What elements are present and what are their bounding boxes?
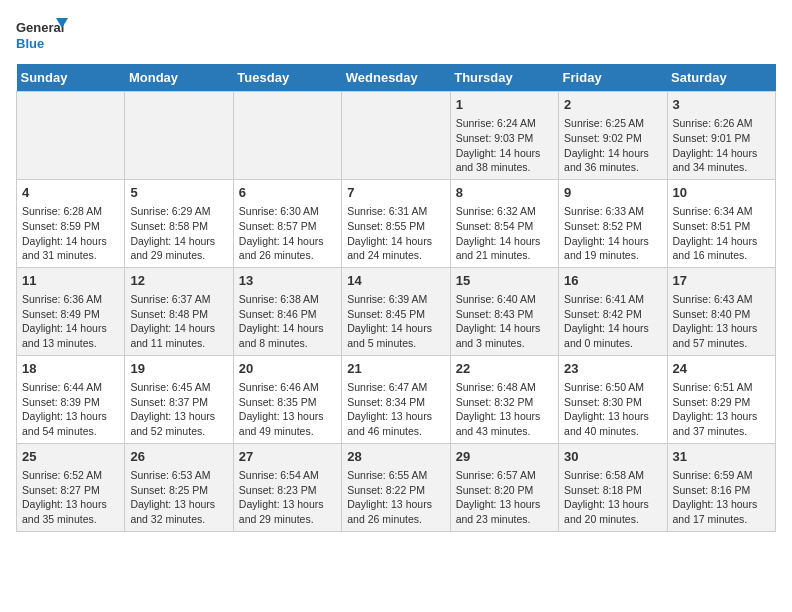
day-number: 19 xyxy=(130,360,227,378)
calendar-week-4: 18Sunrise: 6:44 AM Sunset: 8:39 PM Dayli… xyxy=(17,355,776,443)
header-day-thursday: Thursday xyxy=(450,64,558,92)
calendar-cell: 12Sunrise: 6:37 AM Sunset: 8:48 PM Dayli… xyxy=(125,267,233,355)
day-number: 20 xyxy=(239,360,336,378)
day-number: 13 xyxy=(239,272,336,290)
day-info: Sunrise: 6:25 AM Sunset: 9:02 PM Dayligh… xyxy=(564,116,661,175)
day-number: 6 xyxy=(239,184,336,202)
calendar-week-1: 1Sunrise: 6:24 AM Sunset: 9:03 PM Daylig… xyxy=(17,92,776,180)
day-info: Sunrise: 6:51 AM Sunset: 8:29 PM Dayligh… xyxy=(673,380,770,439)
day-info: Sunrise: 6:59 AM Sunset: 8:16 PM Dayligh… xyxy=(673,468,770,527)
day-number: 23 xyxy=(564,360,661,378)
day-number: 11 xyxy=(22,272,119,290)
day-info: Sunrise: 6:34 AM Sunset: 8:51 PM Dayligh… xyxy=(673,204,770,263)
day-info: Sunrise: 6:48 AM Sunset: 8:32 PM Dayligh… xyxy=(456,380,553,439)
day-number: 12 xyxy=(130,272,227,290)
day-number: 30 xyxy=(564,448,661,466)
calendar-cell: 11Sunrise: 6:36 AM Sunset: 8:49 PM Dayli… xyxy=(17,267,125,355)
day-info: Sunrise: 6:36 AM Sunset: 8:49 PM Dayligh… xyxy=(22,292,119,351)
day-info: Sunrise: 6:46 AM Sunset: 8:35 PM Dayligh… xyxy=(239,380,336,439)
header-day-wednesday: Wednesday xyxy=(342,64,450,92)
calendar-cell: 30Sunrise: 6:58 AM Sunset: 8:18 PM Dayli… xyxy=(559,443,667,531)
calendar-cell: 27Sunrise: 6:54 AM Sunset: 8:23 PM Dayli… xyxy=(233,443,341,531)
day-number: 5 xyxy=(130,184,227,202)
day-info: Sunrise: 6:39 AM Sunset: 8:45 PM Dayligh… xyxy=(347,292,444,351)
calendar-cell: 28Sunrise: 6:55 AM Sunset: 8:22 PM Dayli… xyxy=(342,443,450,531)
calendar-cell: 2Sunrise: 6:25 AM Sunset: 9:02 PM Daylig… xyxy=(559,92,667,180)
calendar-cell: 1Sunrise: 6:24 AM Sunset: 9:03 PM Daylig… xyxy=(450,92,558,180)
calendar-cell: 20Sunrise: 6:46 AM Sunset: 8:35 PM Dayli… xyxy=(233,355,341,443)
day-info: Sunrise: 6:58 AM Sunset: 8:18 PM Dayligh… xyxy=(564,468,661,527)
calendar-cell: 15Sunrise: 6:40 AM Sunset: 8:43 PM Dayli… xyxy=(450,267,558,355)
header-day-sunday: Sunday xyxy=(17,64,125,92)
calendar-cell: 4Sunrise: 6:28 AM Sunset: 8:59 PM Daylig… xyxy=(17,179,125,267)
day-info: Sunrise: 6:29 AM Sunset: 8:58 PM Dayligh… xyxy=(130,204,227,263)
day-number: 1 xyxy=(456,96,553,114)
day-info: Sunrise: 6:38 AM Sunset: 8:46 PM Dayligh… xyxy=(239,292,336,351)
calendar-cell: 24Sunrise: 6:51 AM Sunset: 8:29 PM Dayli… xyxy=(667,355,775,443)
day-info: Sunrise: 6:28 AM Sunset: 8:59 PM Dayligh… xyxy=(22,204,119,263)
day-info: Sunrise: 6:52 AM Sunset: 8:27 PM Dayligh… xyxy=(22,468,119,527)
calendar-week-3: 11Sunrise: 6:36 AM Sunset: 8:49 PM Dayli… xyxy=(17,267,776,355)
day-info: Sunrise: 6:50 AM Sunset: 8:30 PM Dayligh… xyxy=(564,380,661,439)
svg-text:General: General xyxy=(16,20,64,35)
calendar-cell: 7Sunrise: 6:31 AM Sunset: 8:55 PM Daylig… xyxy=(342,179,450,267)
calendar-cell: 16Sunrise: 6:41 AM Sunset: 8:42 PM Dayli… xyxy=(559,267,667,355)
calendar-cell: 29Sunrise: 6:57 AM Sunset: 8:20 PM Dayli… xyxy=(450,443,558,531)
day-number: 22 xyxy=(456,360,553,378)
day-number: 10 xyxy=(673,184,770,202)
calendar-cell: 3Sunrise: 6:26 AM Sunset: 9:01 PM Daylig… xyxy=(667,92,775,180)
day-number: 2 xyxy=(564,96,661,114)
calendar-cell: 31Sunrise: 6:59 AM Sunset: 8:16 PM Dayli… xyxy=(667,443,775,531)
calendar-cell: 18Sunrise: 6:44 AM Sunset: 8:39 PM Dayli… xyxy=(17,355,125,443)
header-day-saturday: Saturday xyxy=(667,64,775,92)
day-number: 29 xyxy=(456,448,553,466)
calendar-cell: 17Sunrise: 6:43 AM Sunset: 8:40 PM Dayli… xyxy=(667,267,775,355)
day-number: 8 xyxy=(456,184,553,202)
header-day-monday: Monday xyxy=(125,64,233,92)
day-number: 3 xyxy=(673,96,770,114)
calendar-cell: 6Sunrise: 6:30 AM Sunset: 8:57 PM Daylig… xyxy=(233,179,341,267)
day-number: 16 xyxy=(564,272,661,290)
svg-text:Blue: Blue xyxy=(16,36,44,51)
day-info: Sunrise: 6:54 AM Sunset: 8:23 PM Dayligh… xyxy=(239,468,336,527)
day-number: 7 xyxy=(347,184,444,202)
calendar-cell: 5Sunrise: 6:29 AM Sunset: 8:58 PM Daylig… xyxy=(125,179,233,267)
day-info: Sunrise: 6:47 AM Sunset: 8:34 PM Dayligh… xyxy=(347,380,444,439)
calendar-table: SundayMondayTuesdayWednesdayThursdayFrid… xyxy=(16,64,776,532)
header-row: SundayMondayTuesdayWednesdayThursdayFrid… xyxy=(17,64,776,92)
calendar-cell: 22Sunrise: 6:48 AM Sunset: 8:32 PM Dayli… xyxy=(450,355,558,443)
header: GeneralBlue xyxy=(16,16,776,56)
day-info: Sunrise: 6:43 AM Sunset: 8:40 PM Dayligh… xyxy=(673,292,770,351)
day-number: 25 xyxy=(22,448,119,466)
calendar-cell: 26Sunrise: 6:53 AM Sunset: 8:25 PM Dayli… xyxy=(125,443,233,531)
day-info: Sunrise: 6:53 AM Sunset: 8:25 PM Dayligh… xyxy=(130,468,227,527)
calendar-cell: 21Sunrise: 6:47 AM Sunset: 8:34 PM Dayli… xyxy=(342,355,450,443)
calendar-header: SundayMondayTuesdayWednesdayThursdayFrid… xyxy=(17,64,776,92)
calendar-cell xyxy=(17,92,125,180)
day-number: 18 xyxy=(22,360,119,378)
day-info: Sunrise: 6:55 AM Sunset: 8:22 PM Dayligh… xyxy=(347,468,444,527)
day-number: 17 xyxy=(673,272,770,290)
day-info: Sunrise: 6:57 AM Sunset: 8:20 PM Dayligh… xyxy=(456,468,553,527)
day-info: Sunrise: 6:33 AM Sunset: 8:52 PM Dayligh… xyxy=(564,204,661,263)
calendar-week-2: 4Sunrise: 6:28 AM Sunset: 8:59 PM Daylig… xyxy=(17,179,776,267)
day-info: Sunrise: 6:31 AM Sunset: 8:55 PM Dayligh… xyxy=(347,204,444,263)
calendar-cell: 19Sunrise: 6:45 AM Sunset: 8:37 PM Dayli… xyxy=(125,355,233,443)
calendar-week-5: 25Sunrise: 6:52 AM Sunset: 8:27 PM Dayli… xyxy=(17,443,776,531)
day-number: 9 xyxy=(564,184,661,202)
logo: GeneralBlue xyxy=(16,16,71,56)
day-info: Sunrise: 6:26 AM Sunset: 9:01 PM Dayligh… xyxy=(673,116,770,175)
calendar-cell xyxy=(342,92,450,180)
day-number: 4 xyxy=(22,184,119,202)
day-number: 31 xyxy=(673,448,770,466)
calendar-body: 1Sunrise: 6:24 AM Sunset: 9:03 PM Daylig… xyxy=(17,92,776,532)
day-info: Sunrise: 6:24 AM Sunset: 9:03 PM Dayligh… xyxy=(456,116,553,175)
calendar-cell: 9Sunrise: 6:33 AM Sunset: 8:52 PM Daylig… xyxy=(559,179,667,267)
calendar-cell: 25Sunrise: 6:52 AM Sunset: 8:27 PM Dayli… xyxy=(17,443,125,531)
calendar-cell xyxy=(233,92,341,180)
day-number: 21 xyxy=(347,360,444,378)
day-info: Sunrise: 6:30 AM Sunset: 8:57 PM Dayligh… xyxy=(239,204,336,263)
day-info: Sunrise: 6:40 AM Sunset: 8:43 PM Dayligh… xyxy=(456,292,553,351)
day-number: 26 xyxy=(130,448,227,466)
day-number: 14 xyxy=(347,272,444,290)
